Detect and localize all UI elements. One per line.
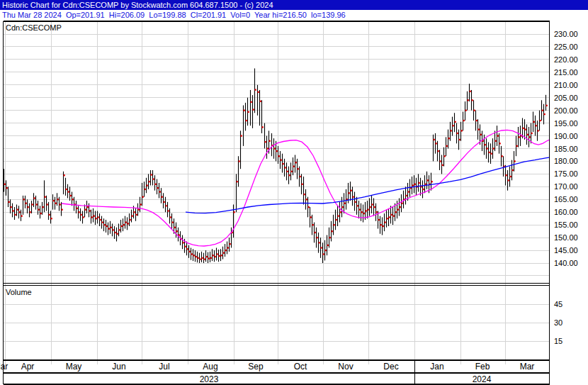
month-label: Jul (159, 362, 169, 372)
close-tick (427, 179, 429, 181)
close-tick (538, 130, 539, 131)
close-tick (77, 208, 78, 209)
close-tick (293, 166, 295, 167)
close-tick (385, 221, 386, 223)
close-tick (17, 209, 18, 211)
close-tick (363, 213, 365, 214)
close-tick (223, 252, 225, 254)
close-tick (91, 216, 93, 218)
close-tick (28, 206, 29, 208)
month-label: Jan (430, 362, 443, 372)
close-tick (472, 99, 473, 101)
close-tick (36, 203, 38, 205)
close-tick (446, 145, 448, 147)
close-tick (423, 189, 424, 190)
close-tick (465, 110, 467, 111)
close-tick (123, 224, 125, 225)
month-label: Mar (520, 362, 535, 372)
close-tick (291, 171, 293, 172)
close-tick (315, 232, 316, 233)
close-tick (215, 256, 216, 257)
close-tick (512, 169, 514, 171)
close-tick (361, 211, 363, 213)
close-tick (21, 216, 23, 217)
close-tick (508, 179, 509, 181)
close-tick (300, 176, 301, 177)
close-tick (40, 213, 42, 214)
close-tick (533, 121, 535, 123)
close-tick (30, 211, 31, 213)
close-tick (79, 211, 80, 213)
close-tick (87, 206, 89, 208)
close-tick (51, 218, 52, 219)
close-tick (164, 201, 165, 203)
close-tick (442, 164, 443, 166)
month-label: Sep (248, 362, 264, 372)
close-tick (68, 191, 69, 192)
close-tick (431, 181, 433, 182)
close-tick (444, 155, 446, 157)
close-tick (57, 199, 59, 200)
close-tick (208, 257, 210, 259)
ma-fast-line (62, 130, 549, 246)
close-tick (13, 210, 14, 211)
price-axis-label: 190.00 (554, 132, 578, 140)
close-tick (336, 219, 337, 221)
close-tick (402, 203, 403, 204)
close-tick (285, 167, 286, 168)
close-tick (276, 150, 278, 152)
close-tick (353, 196, 354, 198)
close-tick (519, 136, 520, 138)
close-tick (357, 205, 358, 206)
close-tick (374, 206, 375, 208)
close-tick (206, 256, 208, 257)
close-tick (64, 174, 65, 176)
close-tick (260, 101, 261, 102)
close-tick (172, 221, 174, 223)
price-axis-label: 145.00 (554, 246, 578, 255)
close-tick (514, 160, 516, 162)
close-tick (217, 253, 218, 255)
close-tick (325, 250, 327, 251)
close-tick (83, 216, 84, 218)
close-tick (436, 143, 437, 144)
month-label: Jun (112, 362, 125, 372)
price-axis-label: 215.00 (554, 68, 578, 77)
close-tick (329, 237, 331, 238)
price-axis-label: 165.00 (554, 195, 578, 203)
close-tick (202, 257, 203, 259)
symbol-label: Cdn:CSECOMP (6, 23, 62, 33)
close-tick (372, 203, 373, 205)
close-tick (147, 184, 148, 186)
close-tick (4, 184, 6, 185)
close-tick (251, 101, 252, 103)
close-tick (317, 237, 318, 238)
close-tick (136, 214, 137, 216)
close-tick (168, 210, 169, 211)
close-tick (387, 218, 388, 219)
price-axis-label: 195.00 (554, 119, 578, 128)
close-tick (183, 242, 184, 243)
close-tick (308, 206, 310, 208)
close-tick (98, 216, 99, 218)
close-tick (23, 199, 25, 200)
close-tick (70, 195, 72, 196)
close-tick (304, 194, 305, 195)
close-tick (332, 230, 333, 232)
close-tick (241, 135, 242, 136)
close-tick (480, 134, 482, 135)
close-tick (389, 216, 390, 218)
close-tick (319, 242, 320, 243)
price-axis-label: 150.00 (554, 233, 578, 242)
close-tick (26, 203, 27, 204)
close-tick (106, 225, 108, 227)
close-tick (72, 199, 74, 200)
close-tick (380, 224, 382, 225)
close-tick (298, 168, 299, 169)
close-tick (419, 182, 420, 184)
close-tick (468, 99, 469, 101)
close-tick (244, 110, 245, 111)
close-tick (102, 221, 103, 223)
price-axis-label: 140.00 (554, 259, 578, 267)
close-tick (62, 209, 63, 211)
